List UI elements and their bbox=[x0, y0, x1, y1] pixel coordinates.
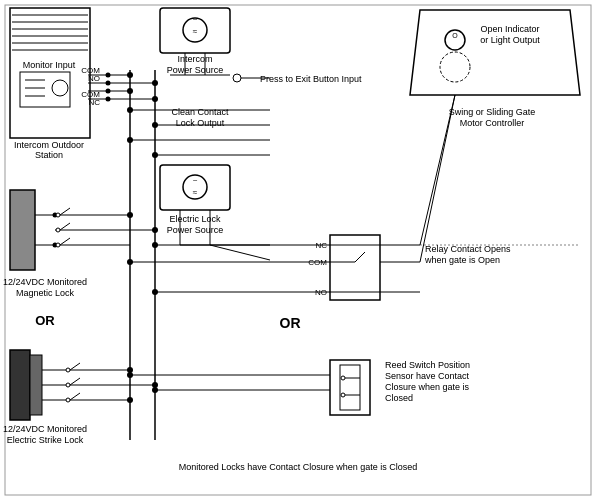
svg-text:≈: ≈ bbox=[193, 27, 198, 36]
svg-point-142 bbox=[127, 397, 133, 403]
svg-text:Closed: Closed bbox=[385, 393, 413, 403]
svg-point-130 bbox=[66, 368, 70, 372]
svg-point-108 bbox=[56, 213, 60, 217]
svg-text:Electric Lock: Electric Lock bbox=[169, 214, 221, 224]
svg-point-14 bbox=[52, 80, 68, 96]
svg-point-48 bbox=[152, 80, 158, 86]
svg-point-141 bbox=[152, 382, 158, 388]
svg-point-140 bbox=[127, 367, 133, 373]
svg-text:OR: OR bbox=[280, 315, 301, 331]
svg-point-55 bbox=[127, 107, 133, 113]
svg-point-148 bbox=[440, 52, 470, 82]
svg-point-84 bbox=[127, 259, 133, 265]
svg-point-92 bbox=[341, 393, 345, 397]
svg-text:Open Indicator: Open Indicator bbox=[480, 24, 539, 34]
svg-text:Power Source: Power Source bbox=[167, 65, 224, 75]
svg-text:Magnetic Lock: Magnetic Lock bbox=[16, 288, 75, 298]
svg-text:Relay Contact Opens: Relay Contact Opens bbox=[425, 244, 511, 254]
svg-point-136 bbox=[66, 398, 70, 402]
svg-point-47 bbox=[127, 72, 133, 78]
svg-text:~: ~ bbox=[193, 176, 198, 185]
svg-rect-101 bbox=[10, 190, 35, 270]
svg-text:NC: NC bbox=[88, 98, 100, 107]
svg-point-50 bbox=[152, 96, 158, 102]
svg-point-114 bbox=[56, 243, 60, 247]
svg-text:Monitored Locks have Contact C: Monitored Locks have Contact Closure whe… bbox=[179, 462, 418, 472]
svg-text:Sensor have Contact: Sensor have Contact bbox=[385, 371, 470, 381]
svg-text:≈: ≈ bbox=[193, 188, 198, 197]
svg-point-133 bbox=[66, 383, 70, 387]
svg-point-85 bbox=[152, 289, 158, 295]
svg-text:Power Source: Power Source bbox=[167, 225, 224, 235]
svg-text:Electric Strike Lock: Electric Strike Lock bbox=[7, 435, 84, 445]
svg-text:Intercom Outdoor: Intercom Outdoor bbox=[14, 140, 84, 150]
svg-text:12/24VDC Monitored: 12/24VDC Monitored bbox=[3, 277, 87, 287]
wiring-diagram: Monitor Input COM NO COM NC Intercom Out… bbox=[0, 0, 596, 500]
svg-point-83 bbox=[152, 242, 158, 248]
svg-text:Closure when gate is: Closure when gate is bbox=[385, 382, 470, 392]
svg-text:Clean Contact: Clean Contact bbox=[171, 107, 229, 117]
svg-rect-88 bbox=[340, 365, 360, 410]
svg-marker-145 bbox=[410, 10, 580, 95]
svg-rect-124 bbox=[30, 355, 42, 415]
svg-text:Reed Switch Position: Reed Switch Position bbox=[385, 360, 470, 370]
svg-text:Intercom: Intercom bbox=[177, 54, 212, 64]
svg-point-111 bbox=[56, 228, 60, 232]
svg-text:Lock Output: Lock Output bbox=[176, 118, 225, 128]
svg-point-118 bbox=[127, 212, 133, 218]
svg-text:O: O bbox=[452, 32, 458, 39]
svg-text:when gate is Open: when gate is Open bbox=[424, 255, 500, 265]
svg-point-160 bbox=[152, 152, 158, 158]
svg-text:Swing or Sliding Gate: Swing or Sliding Gate bbox=[449, 107, 536, 117]
svg-text:~: ~ bbox=[193, 15, 198, 24]
svg-point-37 bbox=[233, 74, 241, 82]
svg-text:Station: Station bbox=[35, 150, 63, 160]
svg-text:or Light Output: or Light Output bbox=[480, 35, 540, 45]
svg-point-119 bbox=[152, 227, 158, 233]
svg-text:12/24VDC Monitored: 12/24VDC Monitored bbox=[3, 424, 87, 434]
svg-rect-123 bbox=[10, 350, 30, 420]
svg-text:Press to Exit Button Input: Press to Exit Button Input bbox=[260, 74, 362, 84]
svg-text:Motor Controller: Motor Controller bbox=[460, 118, 525, 128]
svg-text:OR: OR bbox=[35, 313, 55, 328]
svg-text:NO: NO bbox=[88, 74, 100, 83]
svg-point-56 bbox=[152, 122, 158, 128]
svg-point-158 bbox=[127, 137, 133, 143]
svg-point-90 bbox=[341, 376, 345, 380]
svg-point-49 bbox=[127, 88, 133, 94]
svg-text:Monitor Input: Monitor Input bbox=[23, 60, 76, 70]
